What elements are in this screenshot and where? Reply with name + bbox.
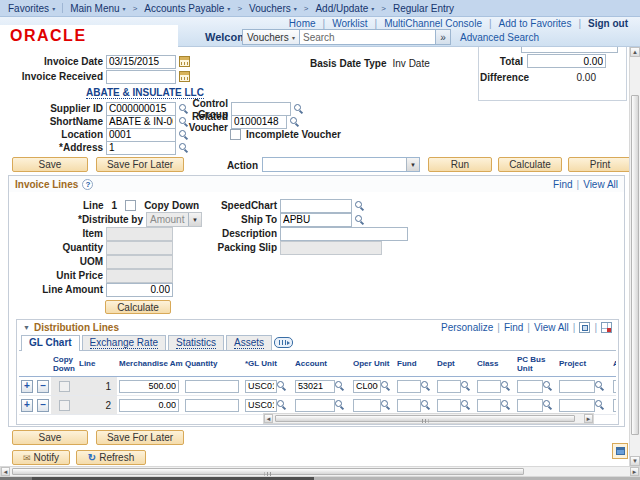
personalize-link[interactable]: Personalize — [441, 322, 493, 333]
delete-row-button[interactable]: – — [37, 399, 49, 412]
find-link[interactable]: Find — [553, 179, 572, 190]
quantity-cell-input[interactable] — [185, 380, 239, 393]
class-input[interactable] — [477, 380, 501, 393]
refresh-button[interactable]: ↻ Refresh — [76, 450, 146, 465]
zoom-grid-icon[interactable] — [579, 322, 590, 333]
page-horizontal-scrollbar[interactable]: ◄ ► — [0, 466, 640, 477]
lookup-icon[interactable] — [461, 381, 471, 391]
lookup-icon[interactable] — [421, 400, 431, 410]
add-row-button[interactable]: + — [21, 380, 33, 393]
vertical-scrollbar[interactable]: ▲ ▼ — [629, 47, 640, 466]
copy-down-checkbox[interactable] — [125, 200, 136, 211]
description-input[interactable] — [280, 227, 408, 241]
collapse-icon[interactable]: ▼ — [23, 324, 30, 331]
lookup-icon[interactable] — [381, 381, 391, 391]
lookup-icon[interactable] — [501, 400, 511, 410]
lookup-icon[interactable] — [501, 381, 511, 391]
dept-input[interactable] — [437, 380, 461, 393]
incomplete-voucher-checkbox[interactable] — [230, 129, 241, 140]
lookup-icon[interactable] — [335, 400, 345, 410]
line-calculate-button[interactable]: Calculate — [105, 300, 171, 314]
grid-find-link[interactable]: Find — [504, 322, 523, 333]
scroll-left-button[interactable]: ◄ — [1, 467, 10, 476]
print-button[interactable]: Print — [568, 157, 632, 172]
line-amount-input[interactable] — [106, 283, 173, 297]
breadcrumb-main-menu[interactable]: Main Menu▾ — [70, 3, 125, 14]
fund-input[interactable] — [397, 380, 421, 393]
tab-exchange-rate[interactable]: Exchange Rate — [82, 335, 166, 350]
worklist-link[interactable]: Worklist — [332, 18, 367, 29]
tab-statistics[interactable]: Statistics — [168, 335, 224, 350]
lookup-icon[interactable] — [421, 381, 431, 391]
lookup-icon[interactable] — [179, 130, 189, 140]
show-all-tabs-icon[interactable] — [274, 337, 293, 348]
lookup-icon[interactable] — [355, 215, 365, 225]
row-copy-down-checkbox[interactable] — [59, 400, 70, 411]
action-select[interactable]: ▼ — [262, 157, 420, 172]
delete-row-button[interactable]: – — [37, 380, 49, 393]
search-go-button[interactable]: » — [436, 29, 451, 45]
download-grid-icon[interactable] — [601, 322, 612, 333]
project-input[interactable] — [559, 380, 595, 393]
save-button[interactable]: Save — [12, 157, 88, 172]
lookup-icon[interactable] — [277, 381, 287, 391]
sign-out-link[interactable]: Sign out — [588, 18, 628, 29]
class-input[interactable] — [477, 399, 501, 412]
lookup-icon[interactable] — [461, 400, 471, 410]
fund-input[interactable] — [397, 399, 421, 412]
advanced-search-link[interactable]: Advanced Search — [460, 32, 539, 43]
pc-bus-unit-input[interactable] — [517, 399, 543, 412]
grid-horizontal-scrollbar[interactable]: ◄ ► — [263, 413, 594, 424]
oper-unit-input[interactable] — [353, 380, 381, 393]
activity-input[interactable] — [613, 399, 616, 412]
add-to-favorites-link[interactable]: Add to Favorites — [499, 18, 572, 29]
favorites-menu[interactable]: Favorites▾ — [8, 3, 55, 14]
scroll-right-button[interactable]: ► — [584, 414, 593, 423]
lookup-icon[interactable] — [179, 143, 189, 153]
total-input[interactable] — [527, 54, 606, 68]
project-input[interactable] — [559, 399, 595, 412]
merchandise-amt-input[interactable] — [119, 380, 179, 393]
account-input[interactable] — [295, 380, 335, 393]
account-input[interactable] — [295, 399, 335, 412]
lookup-icon[interactable] — [543, 381, 553, 391]
ship-to-input[interactable] — [280, 213, 352, 227]
gl-unit-input[interactable] — [245, 399, 277, 412]
row-copy-down-checkbox[interactable] — [59, 381, 70, 392]
pc-bus-unit-input[interactable] — [517, 380, 543, 393]
search-scope-select[interactable]: Vouchers▾ — [242, 29, 300, 45]
lookup-icon[interactable] — [543, 400, 553, 410]
home-link[interactable]: Home — [289, 18, 316, 29]
search-input[interactable] — [300, 29, 436, 45]
lookup-icon[interactable] — [277, 400, 287, 410]
multichannel-console-link[interactable]: MultiChannel Console — [384, 18, 482, 29]
bottom-save-for-later-button[interactable]: Save For Later — [96, 430, 184, 445]
bottom-save-button[interactable]: Save — [12, 430, 88, 445]
lookup-icon[interactable] — [290, 117, 300, 127]
calculate-button[interactable]: Calculate — [498, 157, 562, 172]
tab-gl-chart[interactable]: GL Chart — [21, 335, 80, 351]
lookup-icon[interactable] — [294, 104, 304, 114]
dept-input[interactable] — [437, 399, 461, 412]
lookup-icon[interactable] — [335, 381, 345, 391]
calendar-icon[interactable] — [179, 71, 190, 82]
lookup-icon[interactable] — [595, 400, 605, 410]
grid-view-all-link[interactable]: View All — [534, 322, 569, 333]
save-for-later-button[interactable]: Save For Later — [96, 157, 184, 172]
breadcrumb-regular-entry[interactable]: Regular Entry — [393, 3, 454, 14]
run-button[interactable]: Run — [428, 157, 492, 172]
breadcrumb-accounts-payable[interactable]: Accounts Payable▾ — [144, 3, 230, 14]
speedchart-input[interactable] — [280, 199, 352, 213]
quantity-cell-input[interactable] — [185, 399, 239, 412]
scroll-right-button[interactable]: ► — [630, 467, 639, 476]
scrollbar-thumb[interactable] — [12, 468, 524, 475]
new-window-icon[interactable] — [612, 443, 628, 459]
lookup-icon[interactable] — [355, 201, 365, 211]
scrollbar-thumb[interactable] — [631, 95, 639, 435]
breadcrumb-add-update[interactable]: Add/Update▾ — [315, 3, 374, 14]
add-row-button[interactable]: + — [21, 399, 33, 412]
invoice-received-input[interactable] — [106, 70, 176, 84]
calendar-icon[interactable] — [179, 56, 190, 67]
scroll-up-button[interactable]: ▲ — [630, 47, 640, 57]
address-input[interactable] — [106, 141, 176, 155]
